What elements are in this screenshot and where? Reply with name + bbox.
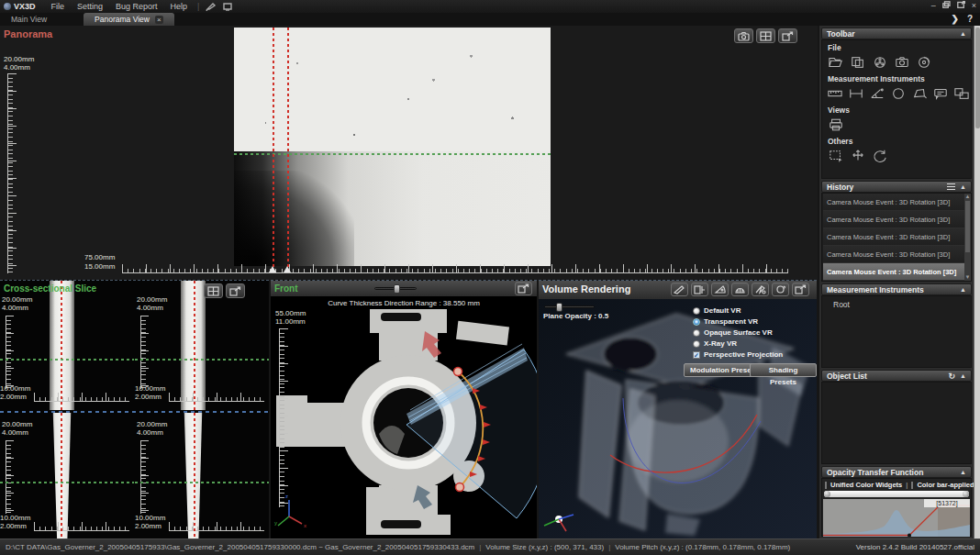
radio-transparent-vr[interactable]: Transparent VR xyxy=(693,317,758,326)
printer-icon[interactable] xyxy=(826,116,846,134)
help-icon[interactable]: ? xyxy=(967,14,973,24)
angle-measure-icon[interactable] xyxy=(868,84,887,103)
instruments-section-header[interactable]: Measurement Instruments ▲ xyxy=(821,283,972,295)
copy-pages-icon[interactable] xyxy=(848,53,868,72)
popout-button[interactable] xyxy=(957,1,965,10)
history-section-header[interactable]: History ▲ xyxy=(821,181,972,193)
annotation-pen-icon[interactable] xyxy=(206,2,217,11)
movie-record-icon[interactable] xyxy=(870,53,890,72)
cross-export-button[interactable] xyxy=(226,283,245,298)
volume-clip-plane-button[interactable] xyxy=(691,283,708,296)
history-item[interactable]: Camera Mouse Event : 3D Rotation [3D] xyxy=(823,228,970,246)
tab-close-icon[interactable]: × xyxy=(155,16,163,24)
object-list-section-header[interactable]: Object List ↻ ▲ xyxy=(821,370,972,382)
volume-fan-button[interactable] xyxy=(711,283,729,296)
toolbar-section-header[interactable]: Toolbar ▲ xyxy=(821,28,972,39)
panorama-capture-button[interactable] xyxy=(734,28,753,43)
front-thickness-slider[interactable] xyxy=(374,287,417,290)
disc-export-icon[interactable] xyxy=(914,53,934,72)
radio-xray-vr[interactable]: X-Ray VR xyxy=(693,339,737,348)
volume-probe-button[interactable] xyxy=(752,283,769,296)
collapse-icon[interactable]: ▲ xyxy=(960,372,966,379)
plane-opacity-slider[interactable] xyxy=(544,305,595,308)
slice-curve-line[interactable] xyxy=(61,281,62,410)
history-item[interactable]: Camera Mouse Event : 3D Rotation [3D] xyxy=(823,194,970,211)
front-slice-image[interactable]: z y x xyxy=(271,296,537,538)
tape-ruler-icon[interactable] xyxy=(826,84,845,103)
cross-layout-button[interactable] xyxy=(204,283,223,298)
volume-3d-render[interactable] xyxy=(539,299,817,538)
history-item-selected[interactable]: Camera Mouse Event : 3D Rotation [3D] xyxy=(823,263,970,281)
cross-slice-bottom-left[interactable]: 20.00mm 4.00mm 10.00mm 2.00mm xyxy=(0,413,134,538)
coordinate-system-icon[interactable] xyxy=(952,84,971,103)
otf-range-scrollbar[interactable] xyxy=(824,491,969,497)
panorama-slice-line-horizontal[interactable] xyxy=(234,153,551,155)
panorama-curve-line-2[interactable] xyxy=(287,28,289,273)
otf-section-header[interactable]: Opacity Transfer Function ▲ xyxy=(821,466,972,478)
panorama-export-button[interactable] xyxy=(778,28,797,43)
capture-tool-icon[interactable] xyxy=(222,2,233,11)
otf-histogram[interactable]: [51372] xyxy=(823,499,970,537)
front-view[interactable]: Front Curve Thickness Direction Range : … xyxy=(271,280,537,538)
history-list-icon[interactable] xyxy=(947,183,955,190)
cross-slice-top-right[interactable]: 20.00mm 4.00mm 10.00mm 2.00mm xyxy=(135,281,269,410)
close-button[interactable]: × xyxy=(972,1,976,10)
panorama-image[interactable] xyxy=(234,28,551,266)
panorama-layout-button[interactable] xyxy=(756,28,775,43)
camera-snapshot-icon[interactable] xyxy=(892,53,912,72)
volume-export-button[interactable] xyxy=(792,283,809,296)
minimize-button[interactable]: – xyxy=(931,1,936,10)
collapse-icon[interactable]: ▲ xyxy=(960,30,966,37)
panorama-curve-line-1[interactable] xyxy=(273,28,274,273)
panorama-marker-2[interactable] xyxy=(284,266,291,272)
checkbox-perspective-projection[interactable]: ✓ Perspective Projection xyxy=(693,350,783,359)
volume-rendering-view[interactable]: Volume Rendering Plane Opacity : 0.5 Def… xyxy=(539,280,817,538)
reset-rotation-icon[interactable] xyxy=(870,147,890,165)
collapse-icon[interactable]: ▲ xyxy=(960,183,966,190)
radio-default-vr[interactable]: Default VR xyxy=(693,306,741,315)
open-folder-icon[interactable] xyxy=(826,53,846,72)
collapse-icon[interactable]: ▲ xyxy=(960,469,966,475)
panorama-view[interactable]: Panorama 20.00mm 4.00mm 75.00mm 15.00mm xyxy=(0,26,818,280)
annotation-note-icon[interactable] xyxy=(930,84,950,103)
slice-guide-line[interactable] xyxy=(0,482,134,483)
volume-preset-dome-button[interactable] xyxy=(731,283,749,296)
polygon-measure-icon[interactable] xyxy=(909,84,929,103)
capture-region-icon[interactable] xyxy=(826,147,846,165)
expand-panel-icon[interactable]: ❯ xyxy=(952,14,959,24)
collapse-icon[interactable]: ▲ xyxy=(960,286,966,293)
refresh-icon[interactable]: ↻ xyxy=(949,372,956,381)
tab-main-view[interactable]: Main View xyxy=(0,13,58,26)
slice-guide-line[interactable] xyxy=(0,359,134,361)
sidebar-scrollbar[interactable] xyxy=(974,26,980,538)
circle-measure-icon[interactable] xyxy=(889,84,908,103)
radio-opaque-surface-vr[interactable]: Opaque Surface VR xyxy=(693,328,773,337)
radio-icon[interactable] xyxy=(693,329,700,337)
radio-icon[interactable] xyxy=(693,340,700,348)
checkbox-icon[interactable]: ✓ xyxy=(693,351,700,359)
slice-curve-line[interactable] xyxy=(61,413,62,538)
history-item[interactable]: Camera Mouse Event : 3D Rotation [3D] xyxy=(823,246,970,263)
quadrant-divider-line[interactable] xyxy=(0,411,269,413)
menu-setting[interactable]: Setting xyxy=(71,2,109,11)
restore-button[interactable] xyxy=(942,1,951,10)
slice-curve-line[interactable] xyxy=(194,413,195,538)
menu-file[interactable]: File xyxy=(45,2,72,11)
slice-curve-line[interactable] xyxy=(194,281,195,410)
slice-guide-line[interactable] xyxy=(135,359,269,361)
color-bar-mpr-checkbox[interactable] xyxy=(911,482,913,489)
menu-help[interactable]: Help xyxy=(164,2,195,11)
history-item[interactable]: Camera Mouse Event : 3D Rotation [3D] xyxy=(823,211,970,228)
front-export-button[interactable] xyxy=(515,282,532,295)
volume-rotate-button[interactable] xyxy=(772,283,789,296)
slice-guide-line[interactable] xyxy=(135,482,269,483)
panorama-marker-1[interactable] xyxy=(269,266,276,272)
cross-slice-top-left[interactable]: 20.00mm 4.00mm 10.00mm 2.00mm xyxy=(0,281,134,410)
volume-curve-edit-button[interactable] xyxy=(671,283,688,296)
unified-color-widgets-checkbox[interactable] xyxy=(825,482,827,489)
history-scrollbar[interactable]: ▲▼ xyxy=(964,194,971,281)
radio-icon-selected[interactable] xyxy=(693,318,700,326)
tab-panorama-view[interactable]: Panorama View × xyxy=(84,13,174,26)
radio-icon[interactable] xyxy=(693,307,700,315)
shading-presets-button[interactable]: Shading Presets xyxy=(750,363,817,377)
